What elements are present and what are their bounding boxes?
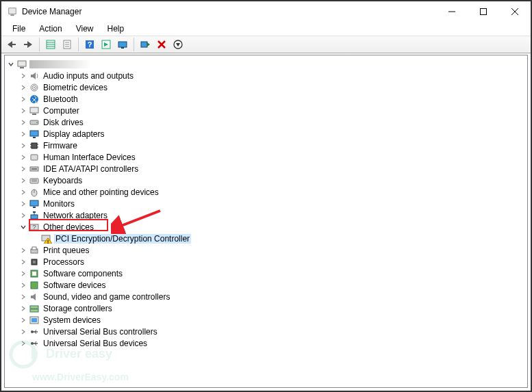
chevron-right-icon[interactable] bbox=[18, 129, 28, 139]
show-hidden-button[interactable] bbox=[99, 37, 114, 52]
chevron-down-icon[interactable] bbox=[6, 60, 16, 69]
tree-item-print-queues[interactable]: Print queues bbox=[6, 244, 526, 256]
chevron-right-icon[interactable] bbox=[18, 106, 28, 116]
update-driver-button[interactable] bbox=[138, 37, 153, 52]
tree-item-firmware[interactable]: Firmware bbox=[6, 140, 526, 151]
chevron-right-icon[interactable] bbox=[18, 187, 28, 197]
tree-item-mice[interactable]: Mice and other pointing devices bbox=[6, 186, 526, 198]
tree-item-software-components[interactable]: Software components bbox=[6, 267, 526, 279]
svg-rect-75 bbox=[31, 318, 37, 322]
maximize-button[interactable] bbox=[468, 1, 499, 22]
tree-item-display[interactable]: Display adapters bbox=[6, 128, 526, 140]
tree-item-storage[interactable]: Storage controllers bbox=[6, 302, 526, 314]
close-button[interactable] bbox=[499, 1, 531, 22]
menu-view[interactable]: View bbox=[71, 23, 99, 34]
svg-rect-41 bbox=[31, 143, 37, 148]
chevron-right-icon[interactable] bbox=[18, 141, 28, 151]
tree-item-other-devices[interactable]: ? Other devices bbox=[6, 221, 526, 233]
chevron-right-icon[interactable] bbox=[18, 211, 28, 220]
tree-item-disk[interactable]: Disk drives bbox=[6, 116, 526, 128]
tree-item-keyboards[interactable]: Keyboards bbox=[6, 174, 526, 186]
svg-marker-19 bbox=[104, 42, 108, 47]
tree-item-label: PCI Encryption/Decryption Controller bbox=[54, 234, 191, 244]
tree-root[interactable] bbox=[6, 58, 526, 70]
show-hide-tree-button[interactable] bbox=[43, 37, 58, 52]
help-button[interactable]: ? bbox=[82, 37, 97, 52]
tree-item-network[interactable]: Network adapters bbox=[6, 209, 526, 221]
chevron-right-icon[interactable] bbox=[18, 246, 28, 255]
tree-item-sound-video[interactable]: Sound, video and game controllers bbox=[6, 291, 526, 302]
chevron-right-icon[interactable] bbox=[18, 153, 28, 162]
tree-item-pci-encryption[interactable]: ! PCI Encryption/Decryption Controller bbox=[6, 233, 526, 244]
tree-item-label: Computer bbox=[42, 106, 81, 116]
svg-rect-48 bbox=[31, 168, 37, 170]
tree-item-label: Universal Serial Bus devices bbox=[42, 339, 149, 348]
chevron-right-icon[interactable] bbox=[18, 269, 28, 278]
usb-icon bbox=[29, 326, 40, 337]
chevron-right-icon[interactable] bbox=[18, 339, 28, 348]
chevron-right-icon[interactable] bbox=[18, 71, 28, 81]
svg-rect-67 bbox=[33, 261, 36, 263]
chevron-right-icon[interactable] bbox=[18, 327, 28, 337]
computer-icon bbox=[16, 59, 27, 70]
svg-rect-46 bbox=[31, 155, 38, 160]
tree-item-system[interactable]: System devices bbox=[6, 314, 526, 326]
tree-item-monitors[interactable]: Monitors bbox=[6, 198, 526, 209]
tree-item-label: Processors bbox=[42, 257, 86, 267]
chevron-right-icon[interactable] bbox=[18, 83, 28, 92]
tree-item-bluetooth[interactable]: Bluetooth bbox=[6, 93, 526, 105]
properties-button[interactable] bbox=[60, 37, 75, 52]
computer-icon bbox=[29, 105, 40, 116]
menu-file[interactable]: File bbox=[7, 23, 31, 34]
chevron-right-icon[interactable] bbox=[18, 176, 28, 185]
svg-rect-54 bbox=[30, 200, 38, 206]
menu-help[interactable]: Help bbox=[102, 23, 130, 34]
svg-rect-39 bbox=[30, 131, 38, 136]
tree-item-software-devices[interactable]: Software devices bbox=[6, 279, 526, 291]
tree-item-label: Bluetooth bbox=[42, 94, 79, 104]
titlebar: Device Manager bbox=[1, 1, 531, 22]
chevron-right-icon[interactable] bbox=[18, 94, 28, 104]
tree-item-biometric[interactable]: Biometric devices bbox=[6, 81, 526, 93]
chevron-right-icon[interactable] bbox=[18, 164, 28, 174]
chevron-right-icon[interactable] bbox=[18, 315, 28, 325]
chevron-right-icon[interactable] bbox=[18, 280, 28, 290]
tree-item-processors[interactable]: Processors bbox=[6, 256, 526, 267]
toolbar-separator bbox=[39, 38, 40, 51]
bluetooth-icon bbox=[29, 94, 40, 105]
chevron-right-icon[interactable] bbox=[18, 292, 28, 302]
back-button[interactable] bbox=[4, 37, 19, 52]
svg-marker-7 bbox=[24, 41, 32, 48]
tree-item-computer[interactable]: Computer bbox=[6, 105, 526, 116]
chevron-right-icon[interactable] bbox=[18, 304, 28, 313]
uninstall-button[interactable] bbox=[154, 37, 169, 52]
tree-item-label: Other devices bbox=[42, 222, 95, 232]
speaker-icon bbox=[29, 291, 40, 302]
scan-hardware-button[interactable] bbox=[115, 37, 130, 52]
chevron-right-icon[interactable] bbox=[18, 118, 28, 127]
tree-item-ide[interactable]: IDE ATA/ATAPI controllers bbox=[6, 163, 526, 174]
tree-item-usb-controllers[interactable]: Universal Serial Bus controllers bbox=[6, 326, 526, 337]
chevron-down-icon[interactable] bbox=[18, 222, 28, 232]
keyboard-icon bbox=[29, 175, 40, 186]
svg-rect-22 bbox=[141, 42, 147, 47]
monitor-icon bbox=[29, 198, 40, 209]
tree-item-label: Display adapters bbox=[42, 129, 105, 139]
tree-item-label: Human Interface Devices bbox=[42, 153, 137, 162]
chevron-right-icon[interactable] bbox=[18, 257, 28, 267]
disable-button[interactable] bbox=[170, 37, 186, 52]
chevron-right-icon[interactable] bbox=[18, 199, 28, 209]
menu-action[interactable]: Action bbox=[34, 23, 67, 34]
tree-item-hid[interactable]: Human Interface Devices bbox=[6, 151, 526, 163]
svg-marker-71 bbox=[31, 293, 36, 300]
tree-item-label: Audio inputs and outputs bbox=[42, 71, 135, 81]
svg-point-38 bbox=[36, 122, 38, 123]
tree-item-usb-devices[interactable]: Universal Serial Bus devices bbox=[6, 337, 526, 349]
tree-item-audio[interactable]: Audio inputs and outputs bbox=[6, 70, 526, 81]
tree-item-label: Storage controllers bbox=[42, 304, 114, 313]
svg-marker-6 bbox=[8, 41, 16, 48]
minimize-button[interactable] bbox=[436, 1, 468, 22]
svg-rect-1 bbox=[10, 14, 14, 16]
svg-rect-29 bbox=[20, 67, 24, 68]
forward-button[interactable] bbox=[21, 37, 36, 52]
